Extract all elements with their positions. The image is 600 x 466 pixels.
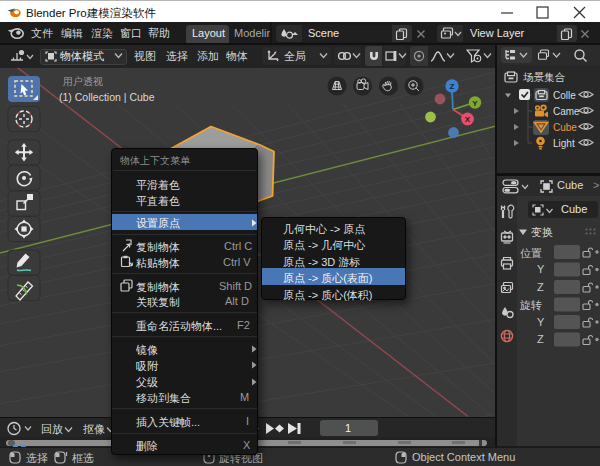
svg-text:场景集合: 场景集合: [523, 71, 566, 83]
svg-text:X: X: [465, 115, 471, 124]
svg-text:Cube: Cube: [553, 121, 577, 132]
svg-text:Y: Y: [472, 99, 478, 108]
svg-text:Z: Z: [450, 82, 455, 91]
svg-text:Light: Light: [553, 137, 575, 148]
svg-text:Colle: Colle: [553, 89, 576, 100]
svg-text:Came: Came: [553, 105, 580, 116]
